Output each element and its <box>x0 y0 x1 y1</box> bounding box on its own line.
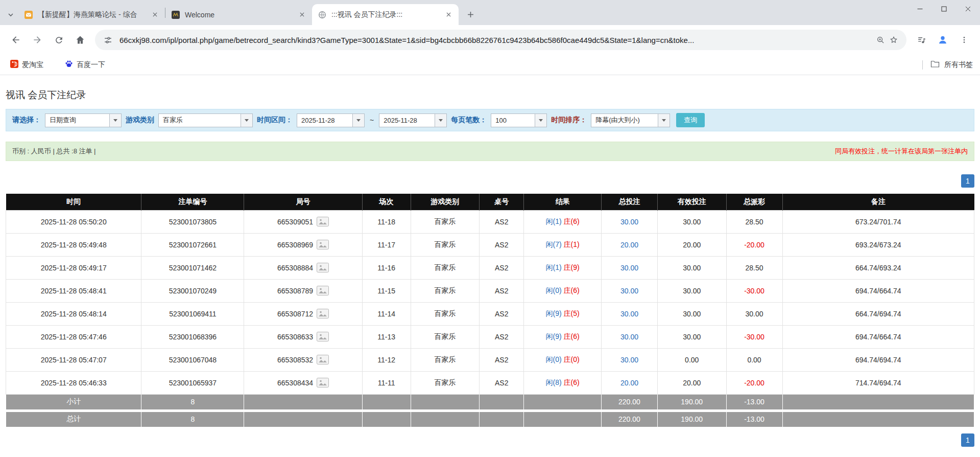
cell-total-bet[interactable]: 30.00 <box>601 279 657 302</box>
sort-dropdown[interactable]: 降幕(由大到小) <box>591 113 670 127</box>
cell-session: 11-11 <box>362 371 411 394</box>
round-thumbnail-icon[interactable] <box>317 355 329 364</box>
profile-avatar-icon[interactable] <box>933 30 952 50</box>
back-arrow-icon[interactable] <box>6 30 26 50</box>
bookmark-taobao[interactable]: 爱淘宝 <box>7 58 46 72</box>
result-banker: 庄(0) <box>564 355 580 363</box>
tab-search-chevron-icon[interactable] <box>3 5 18 25</box>
header-result: 结果 <box>524 194 602 210</box>
cell-total-bet[interactable]: 30.00 <box>601 302 657 325</box>
page-size-dropdown[interactable]: 100 <box>491 113 547 127</box>
result-player: 闲(7) <box>546 240 562 248</box>
total-total-bet: 220.00 <box>601 412 657 427</box>
chevron-down-icon[interactable] <box>352 114 364 127</box>
media-controls-icon[interactable] <box>912 30 931 50</box>
round-thumbnail-icon[interactable] <box>317 286 329 295</box>
close-tab-icon[interactable] <box>444 10 453 19</box>
tab-title: :::视讯 会员下注纪录::: <box>331 10 441 19</box>
round-thumbnail-icon[interactable] <box>317 217 329 226</box>
cell-session: 11-17 <box>362 233 411 256</box>
welcome-favicon-icon <box>172 10 180 19</box>
cell-total-bet[interactable]: 30.00 <box>601 210 657 233</box>
subtotal-label: 小计 <box>6 394 141 409</box>
date-to-value: 2025-11-28 <box>379 114 435 127</box>
summary-bar: 币别 : 人民币 | 总共 :8 注单 | 同局有效投注，统一计算在该局第一张注… <box>6 142 974 161</box>
game-type-dropdown[interactable]: 百家乐 <box>158 113 253 127</box>
query-type-value: 日期查询 <box>45 114 109 127</box>
query-type-label: 请选择： <box>12 116 41 125</box>
url-text[interactable]: 66cxkj98.com/ipl/portal.php/game/betreco… <box>119 36 869 44</box>
tab-bet-records-active[interactable]: :::视讯 会员下注纪录::: <box>312 4 459 25</box>
chevron-down-icon[interactable] <box>241 114 252 127</box>
cell-game: 百家乐 <box>411 348 480 371</box>
search-button[interactable]: 查询 <box>676 113 705 127</box>
cell-result: 闲(8) 庄(6) <box>524 371 602 394</box>
forward-arrow-icon[interactable] <box>28 30 47 50</box>
tab-forum[interactable]: 【新提醒】海燕策略论坛 - 综合 <box>18 4 165 25</box>
pagination-page-1[interactable]: 1 <box>961 433 974 447</box>
cell-total-bet[interactable]: 30.00 <box>601 325 657 348</box>
pagination-page-1[interactable]: 1 <box>961 174 974 188</box>
cell-payout: -30.00 <box>726 325 782 348</box>
chevron-down-icon[interactable] <box>109 114 121 127</box>
site-info-icon[interactable] <box>101 33 114 47</box>
query-type-dropdown[interactable]: 日期查询 <box>45 113 122 127</box>
window-close-icon[interactable] <box>956 0 980 17</box>
all-bookmarks-label[interactable]: 所有书签 <box>944 60 973 70</box>
cell-result: 闲(7) 庄(1) <box>524 233 602 256</box>
round-thumbnail-icon[interactable] <box>317 240 329 249</box>
cell-result: 闲(1) 庄(9) <box>524 256 602 279</box>
cell-time: 2025-11-28 05:46:33 <box>6 371 141 394</box>
refresh-icon[interactable] <box>49 30 68 50</box>
round-thumbnail-icon[interactable] <box>317 263 329 272</box>
address-bar[interactable]: 66cxkj98.com/ipl/portal.php/game/betreco… <box>95 30 906 50</box>
result-banker: 庄(5) <box>564 309 580 317</box>
window-minimize-icon[interactable] <box>908 0 932 17</box>
window-maximize-icon[interactable] <box>932 0 956 17</box>
cell-time: 2025-11-28 05:47:07 <box>6 348 141 371</box>
cell-valid-bet: 30.00 <box>657 256 726 279</box>
chevron-down-icon[interactable] <box>435 114 446 127</box>
bookmark-star-icon[interactable] <box>887 33 900 47</box>
bookmark-baidu[interactable]: 百度一下 <box>62 58 108 72</box>
game-type-label: 游戏类别 <box>126 116 154 125</box>
table-row: 2025-11-28 05:46:33 523001065937 6653084… <box>6 371 974 394</box>
page-title: 视讯 会员下注纪录 <box>6 88 974 102</box>
cell-result: 闲(9) 庄(6) <box>524 325 602 348</box>
cell-table: AS2 <box>480 210 524 233</box>
round-number: 665308532 <box>277 356 313 364</box>
round-number: 665309051 <box>277 218 313 226</box>
menu-dots-icon[interactable] <box>954 30 974 50</box>
close-tab-icon[interactable] <box>150 10 160 19</box>
date-to-dropdown[interactable]: 2025-11-28 <box>379 113 447 127</box>
cell-total-bet[interactable]: 20.00 <box>601 233 657 256</box>
result-player: 闲(0) <box>546 286 562 294</box>
cell-bet-id: 523001068396 <box>141 325 244 348</box>
cell-valid-bet: 20.00 <box>657 233 726 256</box>
round-thumbnail-icon[interactable] <box>317 378 329 387</box>
round-thumbnail-icon[interactable] <box>317 309 329 318</box>
table-row: 2025-11-28 05:49:17 523001071462 6653088… <box>6 256 974 279</box>
total-row: 总计 8 220.00 190.00 -13.00 <box>6 412 974 427</box>
round-thumbnail-icon[interactable] <box>317 332 329 341</box>
close-tab-icon[interactable] <box>297 10 307 19</box>
sort-label: 时间排序： <box>551 116 587 125</box>
chevron-down-icon[interactable] <box>535 114 546 127</box>
round-number: 665308712 <box>277 310 313 318</box>
cell-bet-id: 523001072661 <box>141 233 244 256</box>
date-range-tilde: ~ <box>369 116 375 124</box>
cell-total-bet[interactable]: 20.00 <box>601 371 657 394</box>
cell-note: 673.24/701.74 <box>782 210 974 233</box>
cell-note: 664.74/693.24 <box>782 256 974 279</box>
cell-round: 665308884 <box>244 256 362 279</box>
home-icon[interactable] <box>70 30 90 50</box>
date-from-dropdown[interactable]: 2025-11-28 <box>297 113 365 127</box>
tab-welcome[interactable]: Welcome <box>165 4 312 25</box>
cell-bet-id: 523001073805 <box>141 210 244 233</box>
cell-total-bet[interactable]: 30.00 <box>601 256 657 279</box>
chevron-down-icon[interactable] <box>658 114 670 127</box>
new-tab-button[interactable] <box>462 6 479 23</box>
cell-game: 百家乐 <box>411 302 480 325</box>
zoom-magnifier-icon[interactable] <box>874 33 887 47</box>
cell-total-bet[interactable]: 30.00 <box>601 348 657 371</box>
